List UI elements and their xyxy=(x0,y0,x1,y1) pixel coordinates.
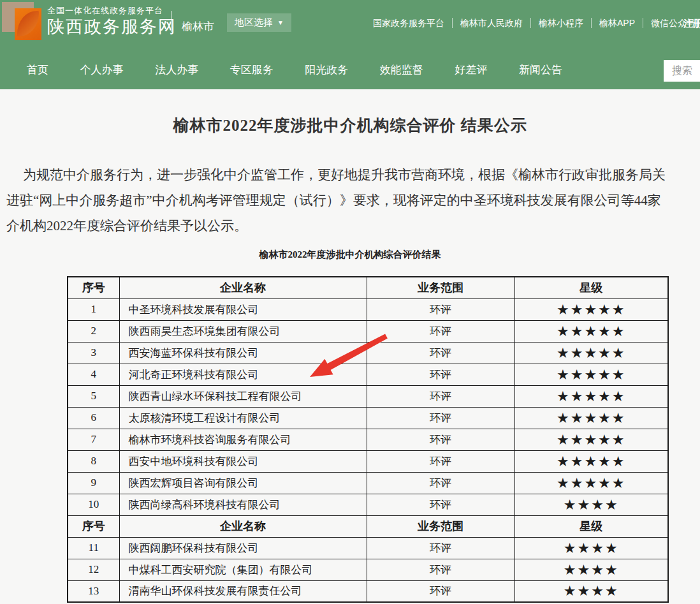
cell-business-scope: 环评 xyxy=(367,450,514,472)
cell-star-rating: ★★★★ xyxy=(514,580,668,602)
cell-business-scope: 环评 xyxy=(367,364,514,385)
region-select-button[interactable]: 地区选择 ▼ xyxy=(227,13,291,32)
cell-star-rating: ★★★★ xyxy=(514,494,668,515)
nav-item-6[interactable]: 好差评 xyxy=(455,63,487,77)
cell-company-name: 太原核清环境工程设计有限公司 xyxy=(119,407,367,429)
nav-item-1[interactable]: 个人办事 xyxy=(80,63,124,77)
table-header-cell: 业务范围 xyxy=(367,515,514,537)
header-link-0[interactable]: 国家政务服务平台 xyxy=(365,18,453,28)
table-header-cell: 企业名称 xyxy=(119,515,367,537)
cell-business-scope: 环评 xyxy=(367,580,514,602)
table-row-8: 8西安中地环境科技有限公司环评★★★★★ xyxy=(68,450,668,472)
table-row-6: 6太原核清环境工程设计有限公司环评★★★★★ xyxy=(68,407,668,429)
main-nav: 首页个人办事法人办事专区服务阳光政务效能监督好差评新闻公告 xyxy=(27,63,562,77)
table-row-4: 4河北奇正环境科技有限公司环评★★★★★ xyxy=(68,364,668,385)
search-input[interactable] xyxy=(664,60,700,82)
cell-no: 5 xyxy=(68,385,119,407)
cell-no: 7 xyxy=(68,429,119,450)
cell-company-name: 西安中地环境科技有限公司 xyxy=(119,450,367,472)
cell-no: 6 xyxy=(68,407,119,429)
table-header-cell: 星级 xyxy=(514,515,668,537)
cell-no: 11 xyxy=(68,537,119,559)
paragraph-line: 介机构2022年度综合评价结果予以公示。 xyxy=(6,217,247,234)
table-row-9: 9陕西宏辉项目咨询有限公司环评★★★★★ xyxy=(68,472,668,494)
table-caption: 榆林市2022年度涉批中介机构综合评价结果 xyxy=(0,249,700,261)
header-link-1[interactable]: 榆林市人民政府 xyxy=(453,18,531,28)
cell-no: 10 xyxy=(68,494,119,515)
page-title: 榆林市2022年度涉批中介机构综合评价 结果公示 xyxy=(0,115,700,136)
cell-business-scope: 环评 xyxy=(367,342,514,364)
table-row-7: 7榆林市环境科技咨询服务有限公司环评★★★★★ xyxy=(68,429,668,450)
cell-business-scope: 环评 xyxy=(367,537,514,559)
table-row-5: 5陕西青山绿水环保科技工程有限公司环评★★★★★ xyxy=(68,385,668,407)
table-row-13: 13渭南华山环保科技发展有限责任公司环评★★★★ xyxy=(68,580,668,602)
region-select-label: 地区选择 xyxy=(235,17,273,29)
header-link-2[interactable]: 榆林小程序 xyxy=(531,18,592,28)
table-header-cell: 序号 xyxy=(68,277,119,298)
site-name: 陕西政务服务网 xyxy=(47,15,177,38)
cell-company-name: 西安海蓝环保科技有限公司 xyxy=(119,342,367,364)
table-header-cell: 企业名称 xyxy=(119,277,367,298)
cell-star-rating: ★★★★★ xyxy=(514,298,668,320)
cell-company-name: 中圣环境科技发展有限公司 xyxy=(119,298,367,320)
paragraph-line: 为规范中介服务行为，进一步强化中介监管工作，更好地提升我市营商环境，根据《榆林市… xyxy=(6,166,666,183)
cell-no: 9 xyxy=(68,472,119,494)
table-row-3: 3西安海蓝环保科技有限公司环评★★★★★ xyxy=(68,342,668,364)
cell-no: 2 xyxy=(68,320,119,342)
page: 全国一体化在线政务服务平台 陕西政务服务网 榆林市 地区选择 ▼ 国家政务服务平… xyxy=(0,0,700,604)
header-links: 国家政务服务平台榆林市人民政府榆林小程序榆林APP微信公众号 xyxy=(365,18,700,28)
cell-no: 8 xyxy=(68,450,119,472)
nav-item-5[interactable]: 效能监督 xyxy=(380,63,423,77)
cell-star-rating: ★★★★★ xyxy=(514,364,668,385)
register-link[interactable]: 注册 xyxy=(683,18,700,30)
cell-no: 13 xyxy=(68,580,119,602)
cell-star-rating: ★★★★ xyxy=(514,537,668,559)
cell-star-rating: ★★★★★ xyxy=(514,385,668,407)
cell-company-name: 河北奇正环境科技有限公司 xyxy=(119,364,367,385)
site-logo[interactable] xyxy=(2,2,41,41)
nav-item-3[interactable]: 专区服务 xyxy=(230,63,273,77)
cell-company-name: 陕西尚绿高科环境科技有限公司 xyxy=(119,494,367,515)
nav-item-2[interactable]: 法人办事 xyxy=(155,63,198,77)
table-header-row: 序号企业名称业务范围星级 xyxy=(68,277,668,298)
cell-company-name: 中煤科工西安研究院（集团）有限公司 xyxy=(119,559,367,580)
cell-no: 1 xyxy=(68,298,119,320)
header-link-3[interactable]: 榆林APP xyxy=(592,18,643,28)
nav-item-7[interactable]: 新闻公告 xyxy=(519,63,562,77)
table-header-row: 序号企业名称业务范围星级 xyxy=(68,515,668,537)
table-header-cell: 业务范围 xyxy=(367,277,514,298)
cell-no: 3 xyxy=(68,342,119,364)
cell-no: 4 xyxy=(68,364,119,385)
table-row-1: 1中圣环境科技发展有限公司环评★★★★★ xyxy=(68,298,668,320)
cell-star-rating: ★★★★★ xyxy=(514,407,668,429)
paragraph-line: 进驻“网上中介服务超市”中介机构考评管理规定（试行）》要求，现将评定的中圣环境科… xyxy=(6,192,661,209)
cell-company-name: 陕西宏辉项目咨询有限公司 xyxy=(119,472,367,494)
cell-company-name: 陕西雨昊生态环境集团有限公司 xyxy=(119,320,367,342)
cell-company-name: 榆林市环境科技咨询服务有限公司 xyxy=(119,429,367,450)
nav-item-0[interactable]: 首页 xyxy=(27,63,48,77)
table-header-cell: 星级 xyxy=(514,277,668,298)
cell-business-scope: 环评 xyxy=(367,472,514,494)
current-city-label: 榆林市 xyxy=(182,19,214,34)
cell-star-rating: ★★★★★ xyxy=(514,472,668,494)
cell-company-name: 陕西阔鹏环保科技有限公司 xyxy=(119,537,367,559)
table-row-10: 10陕西尚绿高科环境科技有限公司环评★★★★ xyxy=(68,494,668,515)
nav-item-4[interactable]: 阳光政务 xyxy=(305,63,348,77)
table-row-2: 2陕西雨昊生态环境集团有限公司环评★★★★★ xyxy=(68,320,668,342)
cell-business-scope: 环评 xyxy=(367,320,514,342)
cell-business-scope: 环评 xyxy=(367,494,514,515)
table-header-cell: 序号 xyxy=(68,515,119,537)
cell-company-name: 渭南华山环保科技发展有限责任公司 xyxy=(119,580,367,602)
chevron-down-icon: ▼ xyxy=(277,20,284,26)
table-row-11: 11陕西阔鹏环保科技有限公司环评★★★★ xyxy=(68,537,668,559)
cell-star-rating: ★★★★★ xyxy=(514,320,668,342)
cell-business-scope: 环评 xyxy=(367,298,514,320)
cell-company-name: 陕西青山绿水环保科技工程有限公司 xyxy=(119,385,367,407)
evaluation-results-table: 序号企业名称业务范围星级1中圣环境科技发展有限公司环评★★★★★2陕西雨昊生态环… xyxy=(67,276,669,603)
cell-star-rating: ★★★★ xyxy=(514,559,668,580)
site-header: 全国一体化在线政务服务平台 陕西政务服务网 榆林市 地区选择 ▼ 国家政务服务平… xyxy=(0,0,700,89)
cell-star-rating: ★★★★★ xyxy=(514,429,668,450)
cell-business-scope: 环评 xyxy=(367,385,514,407)
cell-business-scope: 环评 xyxy=(367,559,514,580)
table-row-12: 12中煤科工西安研究院（集团）有限公司环评★★★★ xyxy=(68,559,668,580)
